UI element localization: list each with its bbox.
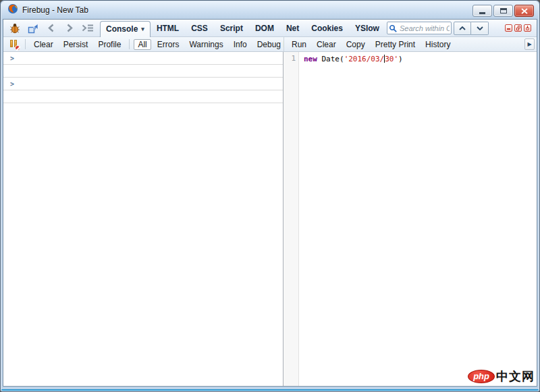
toolbar-overflow-button[interactable]: ▶: [524, 38, 535, 50]
chevron-down-icon: [477, 26, 483, 30]
pretty-print-button[interactable]: Pretty Print: [371, 39, 419, 50]
console-command-row[interactable]: > new Date('2016-03-30'): [3, 52, 283, 65]
run-button[interactable]: Run: [288, 39, 310, 50]
tab-cookies[interactable]: Cookies: [305, 20, 349, 37]
command-prompt-icon: >: [10, 53, 14, 65]
maximize-button[interactable]: [493, 5, 513, 17]
profile-button[interactable]: Profile: [94, 39, 125, 50]
watermark-text: 中文网: [496, 368, 535, 385]
search-previous-button[interactable]: [454, 22, 471, 35]
console-result-row[interactable]: Date { Wed Mar 30 2016 08:00:00 GMT+0800…: [3, 65, 283, 78]
close-button[interactable]: [514, 5, 534, 17]
window-title: Firebug - New Tab: [22, 5, 88, 15]
close-icon: [521, 8, 528, 14]
firefox-icon: [7, 3, 18, 17]
filter-errors-button[interactable]: Errors: [153, 39, 184, 50]
filter-info-button[interactable]: Info: [230, 39, 251, 50]
minimize-button[interactable]: [473, 5, 492, 17]
tab-css[interactable]: CSS: [185, 20, 214, 37]
firebug-minimize-button[interactable]: [505, 24, 512, 32]
code-string: '2016/03/: [344, 55, 385, 63]
tab-console[interactable]: Console ▾: [100, 21, 151, 37]
maximize-icon: [500, 8, 507, 13]
titlebar[interactable]: Firebug - New Tab: [1, 1, 539, 19]
tab-yslow[interactable]: YSlow: [349, 20, 385, 37]
code-keyword: new: [304, 55, 317, 63]
firebug-deactivate-button[interactable]: [524, 24, 531, 32]
chevron-up-icon: [459, 26, 466, 30]
firebug-window-controls: [505, 24, 531, 32]
command-line-icon[interactable]: [82, 22, 94, 34]
php-logo-badge: php: [468, 370, 495, 383]
firebug-window: Firebug - New Tab: [0, 0, 540, 392]
clear-console-button[interactable]: Clear: [30, 39, 57, 50]
line-number: 1: [291, 54, 296, 63]
console-output-panel: > new Date('2016-03-30') Date { Wed Mar …: [3, 52, 284, 386]
window-controls: [473, 5, 534, 17]
toolbar-icon-group: [9, 22, 94, 34]
php-cn-watermark: php 中文网: [468, 368, 535, 385]
editor-code-area[interactable]: new Date('2016/03/30'): [299, 52, 537, 386]
search-input[interactable]: [387, 22, 452, 34]
back-icon[interactable]: [45, 22, 57, 34]
panel-area: > new Date('2016-03-30') Date { Wed Mar …: [3, 52, 537, 386]
search-box: [387, 22, 452, 35]
inspect-element-icon[interactable]: [27, 22, 39, 34]
tab-net[interactable]: Net: [280, 20, 305, 37]
main-toolbar: Console ▾ HTML CSS Script DOM Net Cookie…: [3, 20, 537, 37]
filter-debug-info-button[interactable]: Debug Inf: [253, 39, 284, 50]
minimize-icon: [479, 12, 485, 14]
right-arrow-icon: ▶: [527, 41, 531, 47]
toolbar-separator: [25, 39, 26, 49]
window-content: Console ▾ HTML CSS Script DOM Net Cookie…: [3, 19, 537, 387]
code-plain: ): [398, 55, 403, 63]
history-button[interactable]: History: [421, 39, 454, 50]
command-editor-toolbar: Run Clear Copy Pretty Print History ▶: [284, 37, 537, 51]
panel-toolbar: Clear Persist Profile All Errors Warning…: [3, 37, 537, 52]
code-plain: Date(: [317, 55, 344, 63]
break-disabled-badge-icon: [15, 45, 20, 51]
forward-icon[interactable]: [63, 22, 76, 34]
command-prompt-icon: >: [10, 78, 14, 90]
panel-tab-strip: Console ▾ HTML CSS Script DOM Net Cookie…: [100, 20, 385, 37]
editor-gutter: 1: [284, 52, 299, 386]
tab-html[interactable]: HTML: [151, 20, 185, 37]
tab-dom[interactable]: DOM: [249, 20, 280, 37]
console-command-row[interactable]: > new Date('2016/03/30'): [3, 78, 283, 90]
code-string: 30': [385, 55, 398, 63]
console-toolbar: Clear Persist Profile All Errors Warning…: [3, 37, 284, 51]
break-on-errors-button[interactable]: [9, 39, 20, 50]
filter-all-button[interactable]: All: [134, 39, 151, 50]
search-next-button[interactable]: [471, 22, 489, 35]
persist-button[interactable]: Persist: [59, 39, 92, 50]
tab-script[interactable]: Script: [214, 20, 249, 37]
tab-console-label: Console: [106, 24, 138, 34]
clear-editor-button[interactable]: Clear: [313, 39, 340, 50]
command-editor-panel: 1 new Date('2016/03/30'): [284, 52, 537, 386]
search-nav-buttons: [454, 22, 489, 35]
code-line: new Date('2016/03/30'): [304, 54, 537, 64]
filter-warnings-button[interactable]: Warnings: [185, 39, 227, 50]
toolbar-separator: [129, 39, 130, 49]
console-result-row[interactable]: Date { Wed Mar 30 2016 00:00:00 GMT+0800…: [3, 90, 283, 103]
firebug-menu-icon[interactable]: [9, 22, 21, 34]
firebug-detach-button[interactable]: [514, 24, 522, 32]
console-dropdown-icon[interactable]: ▾: [141, 26, 144, 32]
copy-button[interactable]: Copy: [342, 39, 369, 50]
firebug-minimize-icon: [507, 28, 510, 30]
search-area: [387, 22, 533, 35]
